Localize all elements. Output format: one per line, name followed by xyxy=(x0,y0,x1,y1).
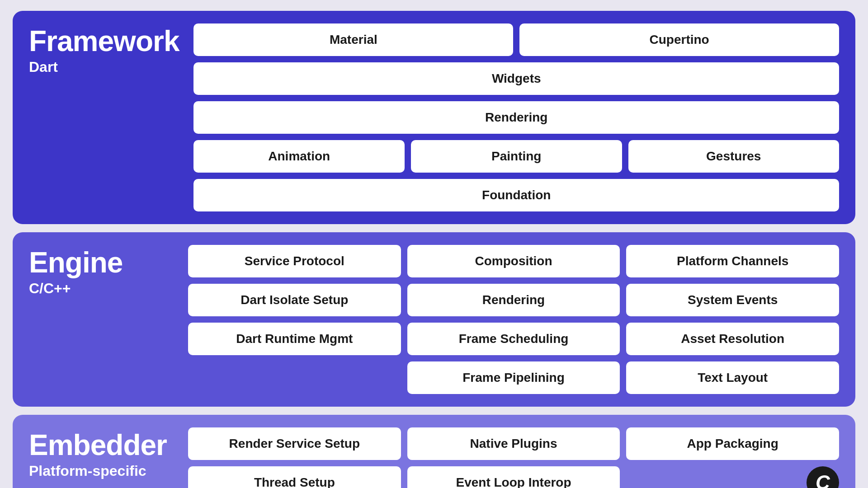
grid-cell: Rendering xyxy=(407,284,620,316)
engine-subtitle: C/C++ xyxy=(29,280,174,297)
framework-subtitle: Dart xyxy=(29,59,179,75)
grid-cell: Animation xyxy=(193,140,405,173)
grid-cell: Asset Resolution xyxy=(626,323,839,355)
grid-cell: Gestures xyxy=(628,140,840,173)
engine-grid: Service ProtocolCompositionPlatform Chan… xyxy=(188,245,839,394)
embedder-subtitle: Platform-specific xyxy=(29,463,174,479)
embedder-label: Embedder Platform-specific xyxy=(29,427,174,479)
grid-cell: Foundation xyxy=(193,179,839,211)
grid-cell: Widgets xyxy=(193,62,839,95)
framework-title: Framework xyxy=(29,25,179,57)
embedder-title: Embedder xyxy=(29,429,174,461)
grid-row: Service ProtocolCompositionPlatform Chan… xyxy=(188,245,839,277)
grid-row: Thread SetupEvent Loop Interop xyxy=(188,466,839,488)
grid-row: MaterialCupertino xyxy=(193,23,839,56)
grid-cell: Dart Runtime Mgmt xyxy=(188,323,401,355)
grid-cell: Material xyxy=(193,23,513,56)
grid-cell: Service Protocol xyxy=(188,245,401,277)
grid-cell: Frame Pipelining xyxy=(407,361,620,394)
grid-cell: Painting xyxy=(411,140,622,173)
grid-cell: Native Plugins xyxy=(407,427,620,460)
grid-cell: Composition xyxy=(407,245,620,277)
logo-container: C xyxy=(807,466,839,488)
framework-label: Framework Dart xyxy=(29,23,179,75)
engine-layer: Engine C/C++ Service ProtocolComposition… xyxy=(13,232,855,407)
engine-title: Engine xyxy=(29,247,174,278)
grid-cell: Thread Setup xyxy=(188,466,401,488)
engine-label: Engine C/C++ xyxy=(29,245,174,297)
grid-row: Dart Isolate SetupRenderingSystem Events xyxy=(188,284,839,316)
grid-row: AnimationPaintingGestures xyxy=(193,140,839,173)
grid-row: Frame PipeliningText Layout xyxy=(188,361,839,394)
grid-row: Widgets xyxy=(193,62,839,95)
grid-cell: App Packaging xyxy=(626,427,839,460)
grid-cell: Platform Channels xyxy=(626,245,839,277)
embedder-layer: Embedder Platform-specific Render Servic… xyxy=(13,415,855,488)
grid-cell: Render Service Setup xyxy=(188,427,401,460)
grid-cell: System Events xyxy=(626,284,839,316)
grid-cell: Text Layout xyxy=(626,361,839,394)
grid-row: Dart Runtime MgmtFrame SchedulingAsset R… xyxy=(188,323,839,355)
grid-row: Render Service SetupNative PluginsApp Pa… xyxy=(188,427,839,460)
grid-cell: Dart Isolate Setup xyxy=(188,284,401,316)
framework-layer: Framework Dart MaterialCupertinoWidgetsR… xyxy=(13,11,855,224)
grid-cell: Frame Scheduling xyxy=(407,323,620,355)
logo: C xyxy=(807,466,839,488)
grid-cell: Rendering xyxy=(193,101,839,134)
grid-row: Foundation xyxy=(193,179,839,211)
grid-row: Rendering xyxy=(193,101,839,134)
embedder-grid: Render Service SetupNative PluginsApp Pa… xyxy=(188,427,839,488)
grid-cell: Cupertino xyxy=(519,23,839,56)
framework-grid: MaterialCupertinoWidgetsRenderingAnimati… xyxy=(193,23,839,211)
grid-cell: Event Loop Interop xyxy=(407,466,620,488)
